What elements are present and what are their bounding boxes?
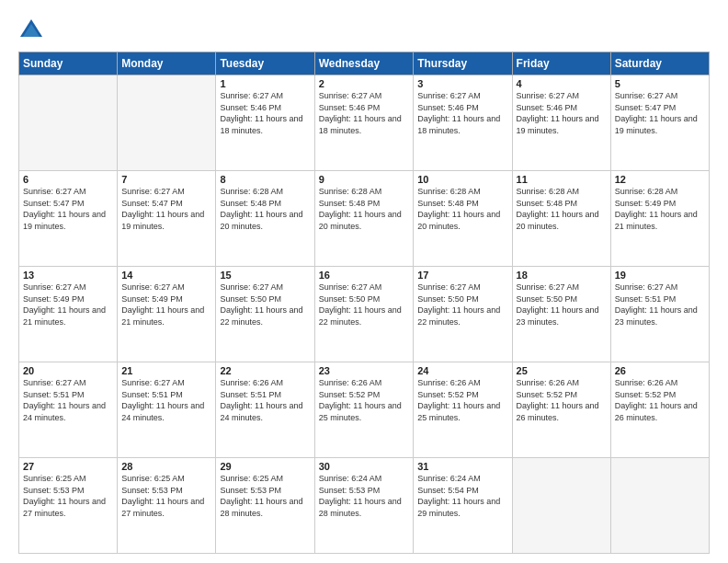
day-number: 7: [121, 174, 211, 185]
day-info: Sunrise: 6:25 AMSunset: 5:53 PMDaylight:…: [220, 473, 310, 519]
sunset-text: Sunset: 5:51 PM: [121, 390, 183, 399]
day-number: 2: [319, 78, 410, 89]
day-number: 3: [417, 78, 507, 89]
daylight-text: Daylight: 11 hours and 20 minutes.: [319, 210, 402, 231]
day-info: Sunrise: 6:27 AMSunset: 5:50 PMDaylight:…: [417, 282, 507, 327]
daylight-text: Daylight: 11 hours and 21 minutes.: [615, 210, 698, 231]
sunset-text: Sunset: 5:52 PM: [615, 390, 677, 399]
sunrise-text: Sunrise: 6:27 AM: [615, 282, 678, 292]
sunset-text: Sunset: 5:47 PM: [615, 103, 677, 112]
sunrise-text: Sunrise: 6:27 AM: [23, 282, 86, 292]
weekday-header: Monday: [118, 52, 216, 75]
day-info: Sunrise: 6:27 AMSunset: 5:51 PMDaylight:…: [121, 377, 211, 423]
sunrise-text: Sunrise: 6:26 AM: [220, 378, 283, 387]
day-number: 26: [615, 365, 705, 376]
day-number: 27: [23, 461, 113, 472]
sunrise-text: Sunrise: 6:28 AM: [220, 187, 283, 196]
daylight-text: Daylight: 11 hours and 26 minutes.: [615, 401, 698, 422]
calendar-day-cell: 21Sunrise: 6:27 AMSunset: 5:51 PMDayligh…: [118, 362, 216, 458]
day-info: Sunrise: 6:27 AMSunset: 5:46 PMDaylight:…: [517, 90, 607, 136]
daylight-text: Daylight: 11 hours and 19 minutes.: [121, 210, 204, 231]
day-number: 30: [319, 461, 410, 472]
sunrise-text: Sunrise: 6:24 AM: [319, 474, 382, 483]
day-info: Sunrise: 6:27 AMSunset: 5:47 PMDaylight:…: [23, 186, 113, 232]
daylight-text: Daylight: 11 hours and 28 minutes.: [319, 497, 402, 518]
day-info: Sunrise: 6:27 AMSunset: 5:49 PMDaylight:…: [121, 282, 211, 327]
daylight-text: Daylight: 11 hours and 20 minutes.: [220, 210, 302, 231]
calendar-day-cell: 31Sunrise: 6:24 AMSunset: 5:54 PMDayligh…: [414, 458, 512, 554]
calendar-day-cell: [610, 458, 709, 554]
sunset-text: Sunset: 5:53 PM: [220, 486, 281, 495]
day-number: 18: [517, 270, 607, 281]
day-info: Sunrise: 6:27 AMSunset: 5:51 PMDaylight:…: [615, 282, 705, 327]
calendar-day-cell: 25Sunrise: 6:26 AMSunset: 5:52 PMDayligh…: [512, 362, 610, 458]
daylight-text: Daylight: 11 hours and 29 minutes.: [417, 497, 500, 518]
calendar-day-cell: 7Sunrise: 6:27 AMSunset: 5:47 PMDaylight…: [118, 171, 216, 267]
daylight-text: Daylight: 11 hours and 22 minutes.: [417, 305, 500, 327]
daylight-text: Daylight: 11 hours and 18 minutes.: [319, 114, 402, 135]
day-number: 15: [220, 270, 310, 281]
calendar-day-cell: 20Sunrise: 6:27 AMSunset: 5:51 PMDayligh…: [19, 362, 118, 458]
sunset-text: Sunset: 5:47 PM: [121, 199, 183, 208]
sunset-text: Sunset: 5:48 PM: [417, 199, 479, 208]
calendar-day-cell: 19Sunrise: 6:27 AMSunset: 5:51 PMDayligh…: [610, 267, 709, 362]
sunrise-text: Sunrise: 6:27 AM: [417, 91, 481, 100]
sunset-text: Sunset: 5:47 PM: [23, 199, 85, 208]
day-number: 1: [220, 78, 310, 89]
day-number: 29: [220, 461, 310, 472]
page: SundayMondayTuesdayWednesdayThursdayFrid…: [0, 0, 728, 563]
sunset-text: Sunset: 5:54 PM: [417, 486, 479, 495]
daylight-text: Daylight: 11 hours and 22 minutes.: [319, 305, 402, 327]
day-info: Sunrise: 6:28 AMSunset: 5:48 PMDaylight:…: [220, 186, 310, 232]
weekday-header: Sunday: [19, 52, 118, 75]
day-number: 23: [319, 365, 410, 376]
daylight-text: Daylight: 11 hours and 19 minutes.: [23, 210, 106, 231]
day-info: Sunrise: 6:26 AMSunset: 5:52 PMDaylight:…: [319, 377, 410, 423]
sunset-text: Sunset: 5:46 PM: [319, 103, 381, 112]
sunset-text: Sunset: 5:46 PM: [517, 103, 578, 112]
calendar-day-cell: 14Sunrise: 6:27 AMSunset: 5:49 PMDayligh…: [118, 267, 216, 362]
logo: [18, 17, 48, 42]
calendar-day-cell: 23Sunrise: 6:26 AMSunset: 5:52 PMDayligh…: [314, 362, 414, 458]
day-number: 5: [615, 78, 705, 89]
sunset-text: Sunset: 5:53 PM: [121, 486, 183, 495]
logo-icon: [18, 17, 44, 42]
sunrise-text: Sunrise: 6:27 AM: [615, 91, 678, 100]
sunset-text: Sunset: 5:46 PM: [220, 103, 281, 112]
daylight-text: Daylight: 11 hours and 25 minutes.: [417, 401, 500, 422]
day-number: 22: [220, 365, 310, 376]
weekday-header: Friday: [512, 52, 610, 75]
day-info: Sunrise: 6:26 AMSunset: 5:52 PMDaylight:…: [417, 377, 507, 423]
day-info: Sunrise: 6:27 AMSunset: 5:46 PMDaylight:…: [319, 90, 410, 136]
calendar-day-cell: 17Sunrise: 6:27 AMSunset: 5:50 PMDayligh…: [414, 267, 512, 362]
calendar-day-cell: [118, 75, 216, 171]
day-info: Sunrise: 6:27 AMSunset: 5:49 PMDaylight:…: [23, 282, 113, 327]
day-number: 12: [615, 174, 705, 185]
daylight-text: Daylight: 11 hours and 23 minutes.: [615, 305, 698, 327]
sunset-text: Sunset: 5:50 PM: [220, 294, 281, 304]
sunset-text: Sunset: 5:53 PM: [23, 486, 85, 495]
day-info: Sunrise: 6:27 AMSunset: 5:47 PMDaylight:…: [121, 186, 211, 232]
calendar-day-cell: 22Sunrise: 6:26 AMSunset: 5:51 PMDayligh…: [216, 362, 314, 458]
calendar-day-cell: 18Sunrise: 6:27 AMSunset: 5:50 PMDayligh…: [512, 267, 610, 362]
calendar-day-cell: 13Sunrise: 6:27 AMSunset: 5:49 PMDayligh…: [19, 267, 118, 362]
day-info: Sunrise: 6:27 AMSunset: 5:47 PMDaylight:…: [615, 90, 705, 136]
sunset-text: Sunset: 5:52 PM: [417, 390, 479, 399]
daylight-text: Daylight: 11 hours and 21 minutes.: [121, 305, 204, 327]
calendar-day-cell: 8Sunrise: 6:28 AMSunset: 5:48 PMDaylight…: [216, 171, 314, 267]
sunset-text: Sunset: 5:50 PM: [417, 294, 479, 304]
day-info: Sunrise: 6:24 AMSunset: 5:54 PMDaylight:…: [417, 473, 507, 519]
daylight-text: Daylight: 11 hours and 19 minutes.: [615, 114, 698, 135]
calendar-day-cell: 5Sunrise: 6:27 AMSunset: 5:47 PMDaylight…: [610, 75, 709, 171]
sunrise-text: Sunrise: 6:27 AM: [121, 187, 185, 196]
day-number: 9: [319, 174, 410, 185]
sunset-text: Sunset: 5:48 PM: [517, 199, 578, 208]
day-number: 14: [121, 270, 211, 281]
calendar-day-cell: 24Sunrise: 6:26 AMSunset: 5:52 PMDayligh…: [414, 362, 512, 458]
calendar-week-row: 13Sunrise: 6:27 AMSunset: 5:49 PMDayligh…: [19, 267, 710, 362]
daylight-text: Daylight: 11 hours and 24 minutes.: [121, 401, 204, 422]
daylight-text: Daylight: 11 hours and 24 minutes.: [23, 401, 106, 422]
day-number: 31: [417, 461, 507, 472]
calendar-week-row: 1Sunrise: 6:27 AMSunset: 5:46 PMDaylight…: [19, 75, 710, 171]
day-info: Sunrise: 6:27 AMSunset: 5:51 PMDaylight:…: [23, 377, 113, 423]
